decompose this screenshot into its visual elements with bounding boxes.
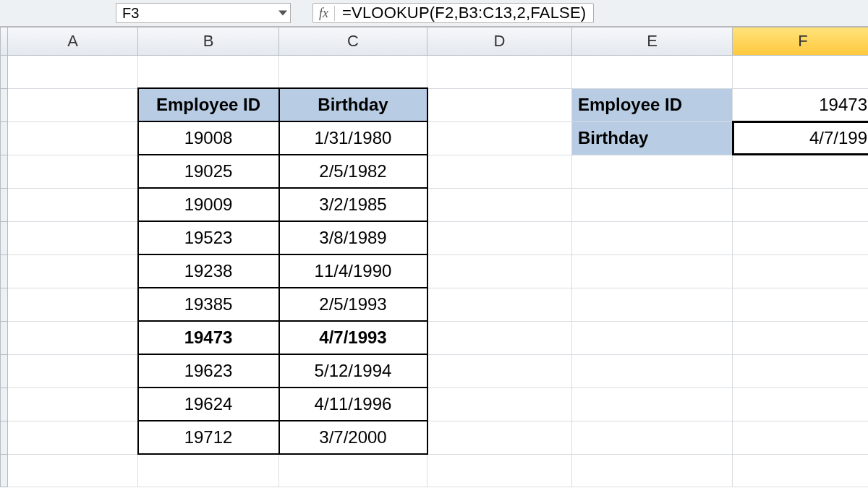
row-header[interactable] [1,288,8,321]
cell[interactable] [733,454,869,487]
cell[interactable] [572,254,733,288]
cell[interactable] [8,121,138,155]
cell[interactable] [427,56,572,89]
lookup-bday-value[interactable]: 4/7/199 [733,121,869,155]
cell-bday[interactable]: 11/4/1990 [279,254,427,288]
row-header[interactable] [1,321,8,354]
col-header-D[interactable]: D [427,27,572,56]
cell[interactable] [8,421,138,454]
row-header[interactable] [1,121,8,155]
cell[interactable] [572,288,733,321]
lookup-bday-label[interactable]: Birthday [572,121,733,155]
cell[interactable] [8,454,138,487]
cell[interactable] [427,254,572,288]
cell[interactable] [733,155,869,188]
cell[interactable] [8,88,138,121]
fx-icon[interactable]: fx [313,6,335,21]
cell[interactable] [733,288,869,321]
col-header-B[interactable]: B [138,27,279,56]
cell[interactable] [8,354,138,388]
row-header[interactable] [1,388,8,421]
cell-id[interactable]: 19623 [138,354,279,388]
cell-id[interactable]: 19624 [138,388,279,421]
cell-bday[interactable]: 3/7/2000 [279,421,427,454]
cell-id[interactable]: 19712 [138,421,279,454]
cell[interactable] [8,155,138,188]
cell[interactable] [572,155,733,188]
cell[interactable] [279,56,427,89]
cell-bday[interactable]: 3/2/1985 [279,188,427,221]
formula-bar[interactable]: fx =VLOOKUP(F2,B3:C13,2,FALSE) [312,3,594,23]
grid[interactable]: A B C D E F Employee ID Birthday Employe… [0,27,868,487]
row-header[interactable] [1,188,8,221]
cell[interactable] [138,56,279,89]
cell-id[interactable]: 19009 [138,188,279,221]
cell[interactable] [427,88,572,121]
select-all-corner[interactable] [1,27,8,56]
table-header-id[interactable]: Employee ID [138,88,279,121]
row-header[interactable] [1,354,8,388]
cell[interactable] [427,188,572,221]
row-header[interactable] [1,88,8,121]
cell[interactable] [138,454,279,487]
cell[interactable] [733,221,869,254]
cell[interactable] [572,321,733,354]
name-box[interactable]: F3 [116,3,291,23]
cell[interactable] [427,155,572,188]
cell[interactable] [733,254,869,288]
cell[interactable] [8,321,138,354]
cell[interactable] [427,221,572,254]
cell[interactable] [572,388,733,421]
cell-bday[interactable]: 2/5/1982 [279,155,427,188]
lookup-id-value[interactable]: 19473 [733,88,869,121]
lookup-id-label[interactable]: Employee ID [572,88,733,121]
cell[interactable] [572,188,733,221]
cell-id[interactable]: 19008 [138,121,279,155]
cell[interactable] [427,421,572,454]
cell-bday[interactable]: 2/5/1993 [279,288,427,321]
row-header[interactable] [1,254,8,288]
cell-id[interactable]: 19238 [138,254,279,288]
cell-bday[interactable]: 4/11/1996 [279,388,427,421]
cell-id[interactable]: 19523 [138,221,279,254]
cell-bday[interactable]: 1/31/1980 [279,121,427,155]
cell[interactable] [427,388,572,421]
row-header[interactable] [1,221,8,254]
cell[interactable] [733,421,869,454]
cell[interactable] [733,354,869,388]
cell[interactable] [572,221,733,254]
cell[interactable] [572,454,733,487]
cell[interactable] [572,421,733,454]
row-header[interactable] [1,454,8,487]
formula-input[interactable]: =VLOOKUP(F2,B3:C13,2,FALSE) [335,4,593,22]
cell[interactable] [8,254,138,288]
row-header[interactable] [1,421,8,454]
cell-bday[interactable]: 5/12/1994 [279,354,427,388]
row-header[interactable] [1,56,8,89]
cell[interactable] [733,188,869,221]
cell[interactable] [733,388,869,421]
cell[interactable] [8,56,138,89]
cell[interactable] [8,388,138,421]
cell[interactable] [427,454,572,487]
cell[interactable] [8,188,138,221]
row-header[interactable] [1,155,8,188]
table-header-bday[interactable]: Birthday [279,88,427,121]
cell[interactable] [572,354,733,388]
worksheet[interactable]: A B C D E F Employee ID Birthday Employe… [0,27,868,488]
cell-id[interactable]: 19025 [138,155,279,188]
col-header-F[interactable]: F [733,27,869,56]
cell[interactable] [8,288,138,321]
name-box-dropdown[interactable] [278,11,287,16]
col-header-A[interactable]: A [8,27,138,56]
cell[interactable] [427,121,572,155]
cell[interactable] [733,56,869,89]
cell[interactable] [572,56,733,89]
cell[interactable] [733,321,869,354]
cell-id[interactable]: 19385 [138,288,279,321]
col-header-C[interactable]: C [279,27,427,56]
col-header-E[interactable]: E [572,27,733,56]
cell[interactable] [279,454,427,487]
cell-id[interactable]: 19473 [138,321,279,354]
cell[interactable] [427,321,572,354]
